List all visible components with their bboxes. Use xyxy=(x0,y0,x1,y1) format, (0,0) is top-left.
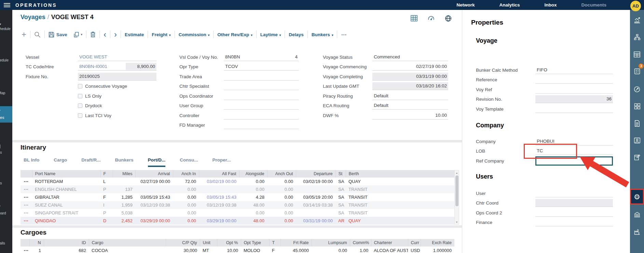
menu-laytime[interactable]: Laytime▾ xyxy=(260,32,281,37)
tab-properties[interactable]: Proper... xyxy=(213,157,231,167)
ops-coordinator-field[interactable] xyxy=(224,92,299,100)
chtr-coord-field[interactable] xyxy=(535,199,613,207)
settings-gear-tile[interactable]: ⚙ xyxy=(630,189,644,205)
row-menu-icon[interactable]: ••• xyxy=(20,193,32,201)
column-header-opt-type[interactable]: Opt Type xyxy=(241,239,269,247)
tab-draft-restrictions[interactable]: Draft/R... xyxy=(81,157,100,167)
user-group-field[interactable] xyxy=(224,102,299,110)
sidebar-item-port-calls[interactable]: Port Calls xyxy=(0,235,12,245)
column-header-departure[interactable]: Departure xyxy=(296,170,335,178)
sidebar-item-fleet-map[interactable]: Fleet Map xyxy=(0,84,12,95)
column-header-exch-rate[interactable]: Exch Rate xyxy=(421,239,454,247)
analytics-chart-icon[interactable] xyxy=(630,14,644,26)
fd-manager-field[interactable] xyxy=(224,121,299,129)
column-header-f[interactable]: F xyxy=(100,170,113,178)
tab-bunkers[interactable]: Bunkers xyxy=(115,157,134,167)
sidebar-item-vessel-schedule[interactable]: Vessel Schedule xyxy=(0,20,12,31)
save-button[interactable]: Save xyxy=(49,32,67,38)
ls-only-checkbox[interactable] xyxy=(78,94,82,98)
column-header-cargo[interactable]: Cargo xyxy=(89,239,166,247)
grid-squares-icon[interactable] xyxy=(630,100,644,112)
search-icon[interactable] xyxy=(34,31,41,38)
tc-code-field[interactable]: 8N0BN-I0001 xyxy=(78,63,126,71)
column-header-lumpsum[interactable]: Lumpsum xyxy=(312,239,350,247)
avatar[interactable]: AD xyxy=(630,1,641,11)
dwf-pct-field[interactable]: 10.00 xyxy=(372,112,448,120)
trade-area-field[interactable] xyxy=(224,73,299,81)
cargo-row[interactable]: ••• 1 682 COCOA 30,000 MT 10.00 MOLOO F … xyxy=(20,247,454,253)
lob-field[interactable]: TC xyxy=(535,147,613,155)
column-header-berth[interactable]: Berth xyxy=(346,170,454,178)
grid-view-icon[interactable] xyxy=(411,15,417,22)
column-header-arrival[interactable]: Arrival xyxy=(135,170,173,178)
menu-freight[interactable]: Freight▾ xyxy=(152,32,170,37)
eca-routing-field[interactable]: Default xyxy=(372,102,448,110)
menu-estimate[interactable]: Estimate xyxy=(125,32,144,37)
revision-no-field[interactable]: 36 xyxy=(535,95,613,103)
company-field[interactable]: PHOBUI xyxy=(535,138,613,145)
row-menu-icon[interactable]: ••• xyxy=(20,209,32,217)
itinerary-row-gibraltar[interactable]: ••• GIBRALTARF1,28503/05/19 15:430.0003/… xyxy=(20,193,454,201)
copy-button[interactable]: ▾ xyxy=(73,32,83,38)
hierarchy-icon[interactable] xyxy=(630,31,644,43)
fixture-no-field[interactable]: 20190025 xyxy=(78,73,156,81)
menu-delays[interactable]: Delays xyxy=(289,32,304,37)
menu-commission[interactable]: Commission▾ xyxy=(179,32,210,37)
contact-card-icon[interactable] xyxy=(630,135,644,146)
new-icon[interactable]: + xyxy=(22,31,26,38)
itinerary-row-english-channel[interactable]: ••• ENGLISH CHANNELP1370.000.000.00SATRA… xyxy=(20,185,454,193)
reference-field[interactable] xyxy=(535,76,613,84)
ops-coord-2-field[interactable] xyxy=(535,209,613,217)
itinerary-scrollbar[interactable]: ▲ ▼ xyxy=(454,170,459,225)
voyage-completing-field[interactable]: 03/31/19 00:00 xyxy=(372,73,448,81)
sidebar-item-voyages[interactable]: Voyages xyxy=(0,106,12,123)
voy-no-field[interactable]: 4 xyxy=(265,53,299,61)
row-menu-icon[interactable]: ••• xyxy=(20,185,32,193)
sidebar-item-alerts[interactable]: Alerts xyxy=(0,174,12,185)
previous-record-button[interactable]: ‹ xyxy=(104,31,106,38)
scroll-down-icon[interactable]: ▼ xyxy=(455,220,459,224)
row-menu-icon[interactable]: ••• xyxy=(20,217,32,225)
row-menu-icon[interactable]: ••• xyxy=(20,201,32,209)
column-header-frt-rate[interactable]: Frt Rate xyxy=(280,239,312,247)
column-header-n[interactable]: N xyxy=(29,239,44,247)
voyage-status-field[interactable]: Commenced xyxy=(372,53,448,61)
tab-cargo[interactable]: Cargo xyxy=(54,157,67,167)
nav-network[interactable]: Network xyxy=(456,2,475,8)
itinerary-row-rotterdam[interactable]: ••• ROTTERDAML02/27/19 00:0072.0003/02/1… xyxy=(20,178,454,185)
last-tci-voy-checkbox[interactable] xyxy=(78,113,82,118)
column-header-all-fast[interactable]: All Fast xyxy=(199,170,239,178)
gauge-icon[interactable] xyxy=(428,15,435,22)
tab-bl-info[interactable]: BL Info xyxy=(24,157,39,167)
ref-company-field[interactable] xyxy=(535,156,613,166)
factory-icon[interactable] xyxy=(630,226,644,238)
scroll-up-icon[interactable]: ▲ xyxy=(455,170,459,175)
document-icon[interactable] xyxy=(630,117,644,129)
menu-bunkers[interactable]: Bunkers▾ xyxy=(312,32,333,37)
table-icon[interactable] xyxy=(630,48,644,60)
vessel-field[interactable]: VOGE WEST xyxy=(78,53,156,61)
sidebar-item-tasks[interactable]: Tasks xyxy=(0,144,12,155)
column-header-miles[interactable]: Miles xyxy=(113,170,135,178)
column-header-curr[interactable]: Curr xyxy=(408,239,421,247)
column-header-port-name[interactable]: Port Name xyxy=(32,170,100,178)
sidebar-item-dashboard[interactable]: Dashboard xyxy=(0,205,12,215)
row-menu-icon[interactable]: ••• xyxy=(20,247,29,253)
globe-icon[interactable] xyxy=(445,15,452,22)
voyage-commencing-field[interactable]: 02/27/19 00:00 xyxy=(372,63,448,71)
tab-consumption[interactable]: Consu... xyxy=(180,157,198,167)
bank-icon[interactable] xyxy=(630,209,644,221)
tab-port-dates[interactable]: Port/D... xyxy=(148,157,166,167)
chtr-specialist-field[interactable] xyxy=(224,82,299,90)
column-header-unit[interactable]: Unit xyxy=(200,239,217,247)
vsl-code-field[interactable]: 8N0BN xyxy=(224,53,265,61)
column-header-opt-pct[interactable]: Opt % xyxy=(217,239,241,247)
column-header-anch-in[interactable]: Anch In xyxy=(173,170,199,178)
nav-documents[interactable]: Documents xyxy=(581,2,606,8)
last-update-gmt-field[interactable]: 03/18/20 16:02 xyxy=(372,82,448,90)
consecutive-voyage-checkbox[interactable] xyxy=(78,84,82,88)
column-header-anch-out[interactable]: Anch Out xyxy=(267,170,296,178)
controller-field[interactable] xyxy=(224,112,299,120)
itinerary-row-suez-canal[interactable]: ••• SUEZ CANALI1,95903/12/19 03:380.0003… xyxy=(20,201,454,209)
opr-type-field[interactable]: TCOV xyxy=(224,63,299,71)
